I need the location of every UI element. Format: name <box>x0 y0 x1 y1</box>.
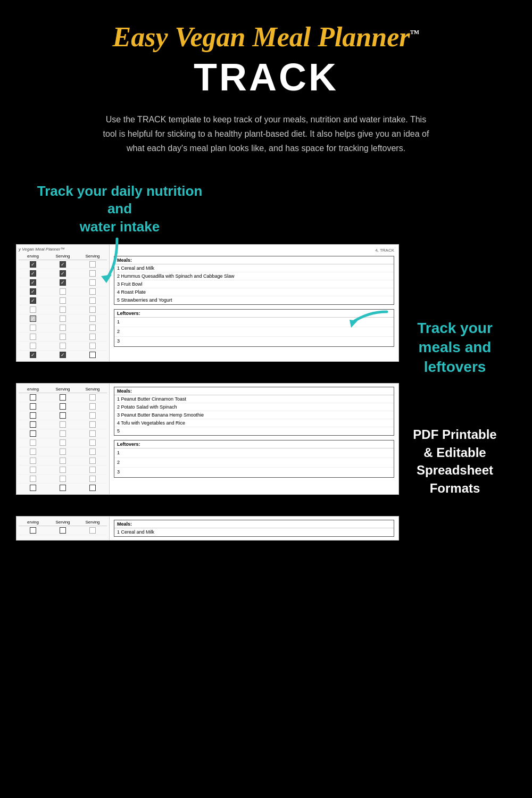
spreadsheet-preview-3: erving Serving Serving Meals: <box>16 516 399 541</box>
feature3-line1: PDF Printable <box>413 427 496 442</box>
cb3-row-1 <box>19 526 107 535</box>
cb-row-4: ✓ <box>19 287 107 296</box>
cb2-row-11 <box>19 484 107 492</box>
feature3-line4: Formats <box>430 481 480 495</box>
leftover-2-1: 1 <box>114 448 394 458</box>
leftover-1-3: 3 <box>114 337 394 346</box>
meal-1-2: 2 Hummus Quesadilla with Spinach and Cab… <box>114 272 394 280</box>
header-section: Easy Vegan Meal Planner™ TRACK Use the T… <box>0 0 532 182</box>
cb2-row-6 <box>19 438 107 447</box>
content-layout: Track your daily nutrition and water int… <box>0 182 532 567</box>
meals-box-3: Meals: 1 Cereal and Milk <box>114 520 394 537</box>
block1-wrapper: y Vegan Meal Planner™ erving Serving Ser… <box>16 244 516 362</box>
feature3-label: PDF Printable & Editable Spreadsheet For… <box>394 426 516 497</box>
feature1-section: Track your daily nutrition and water int… <box>16 182 516 236</box>
sheet-left-col-2: erving Serving Serving <box>16 384 110 494</box>
cb-row-3: ✓ ✓ <box>19 278 107 287</box>
col-headers-2: erving Serving Serving <box>19 386 107 393</box>
cursive-title: Easy Vegan Meal Planner™ <box>112 21 419 53</box>
col2-header-1: Serving <box>48 387 77 392</box>
spreadsheet-preview-2: erving Serving Serving <box>16 383 399 495</box>
meals-header-1: Meals: <box>114 256 394 264</box>
cb2-row-9 <box>19 466 107 475</box>
sheet-left-col-3: erving Serving Serving <box>16 517 110 540</box>
cb2-row-4 <box>19 420 107 429</box>
sheet-top-bar-1: 4, TRACK <box>114 248 394 253</box>
feature1-line2: water intake <box>80 219 160 235</box>
meal-1-3: 3 Fruit Bowl <box>114 280 394 288</box>
cb2-row-8 <box>19 456 107 466</box>
feature1-line1: Track your daily nutrition and <box>37 183 203 217</box>
meal-2-1: 1 Peanut Butter Cinnamon Toast <box>114 395 394 403</box>
block3-wrapper: erving Serving Serving Meals: <box>16 516 516 541</box>
feature2-line1: Track your <box>417 320 493 336</box>
meal-3-1: 1 Cereal and Milk <box>114 528 394 536</box>
cb-row-5: ✓ <box>19 296 107 305</box>
leftovers-box-2: Leftovers: 1 2 3 <box>114 440 394 478</box>
vmp-label-1: y Vegan Meal Planner™ <box>19 247 107 252</box>
col2-header-2: Serving <box>78 387 107 392</box>
cb2-row-2 <box>19 402 107 411</box>
meal-1-1: 1 Cereal and Milk <box>114 264 394 272</box>
cb-row-11: ✓ ✓ <box>19 351 107 359</box>
sheet-right-col-2: Meals: 1 Peanut Butter Cinnamon Toast 2 … <box>110 384 398 494</box>
leftover-2-2: 2 <box>114 458 394 468</box>
cb-row-9 <box>19 332 107 342</box>
cb2-row-7 <box>19 447 107 456</box>
feature2-label: Track your meals and leftovers <box>394 319 516 377</box>
cb2-row-3 <box>19 411 107 420</box>
cursive-title-wrapper: Easy Vegan Meal Planner™ <box>11 21 521 53</box>
svg-marker-0 <box>101 275 112 283</box>
feature1-label: Track your daily nutrition and water int… <box>16 182 207 236</box>
meals-header-2: Meals: <box>114 387 394 395</box>
col2-header-0: erving <box>19 387 47 392</box>
page-container: Easy Vegan Meal Planner™ TRACK Use the T… <box>0 0 532 798</box>
cb-row-6 <box>19 305 107 314</box>
col3-header-2: Serving <box>78 520 107 525</box>
col-header-0: erving <box>19 254 47 259</box>
feature2-line3: leftovers <box>424 359 486 375</box>
cb2-row-1 <box>19 393 107 402</box>
track-title: TRACK <box>11 55 521 99</box>
block2-wrapper: erving Serving Serving <box>16 383 516 495</box>
meal-2-5: 5 <box>114 427 394 435</box>
feature3-line2: & Editable <box>423 445 486 460</box>
feature3-line3: Spreadsheet <box>417 463 493 477</box>
spreadsheet-preview-1: y Vegan Meal Planner™ erving Serving Ser… <box>16 244 399 362</box>
cb2-row-5 <box>19 429 107 438</box>
sheet-left-col-1: y Vegan Meal Planner™ erving Serving Ser… <box>16 245 110 361</box>
cb-row-10 <box>19 342 107 351</box>
svg-marker-1 <box>350 320 358 328</box>
col-headers-1: erving Serving Serving <box>19 253 107 260</box>
arrow-down-left <box>98 236 136 286</box>
leftovers-header-2: Leftovers: <box>114 440 394 448</box>
feature2-line2: meals and <box>419 339 492 355</box>
meals-header-3: Meals: <box>114 520 394 528</box>
meal-2-3: 3 Peanut Butter Banana Hemp Smoothie <box>114 411 394 419</box>
cb-row-8 <box>19 323 107 332</box>
col-header-1: Serving <box>48 254 77 259</box>
arrow-right-leftovers <box>347 293 389 332</box>
leftover-2-3: 3 <box>114 468 394 477</box>
cb-row-7: ✓ <box>19 314 107 323</box>
cb2-row-10 <box>19 475 107 484</box>
col-headers-3: erving Serving Serving <box>19 519 107 526</box>
sheet-right-col-3: Meals: 1 Cereal and Milk <box>110 517 398 540</box>
tm-symbol: ™ <box>410 28 420 39</box>
col3-header-0: erving <box>19 520 47 525</box>
track-label-1: 4, TRACK <box>375 248 394 253</box>
meals-box-2: Meals: 1 Peanut Butter Cinnamon Toast 2 … <box>114 387 394 436</box>
meal-2-2: 2 Potato Salad with Spinach <box>114 403 394 411</box>
cursive-title-text: Easy Vegan Meal Planner <box>112 22 410 52</box>
description-text: Use the TRACK template to keep track of … <box>101 112 431 156</box>
col3-header-1: Serving <box>48 520 77 525</box>
meal-2-4: 4 Tofu with Vegetables and Rice <box>114 419 394 427</box>
cb-row-2: ✓ ✓ <box>19 269 107 278</box>
cb-row-1: ✓ ✓ <box>19 260 107 269</box>
